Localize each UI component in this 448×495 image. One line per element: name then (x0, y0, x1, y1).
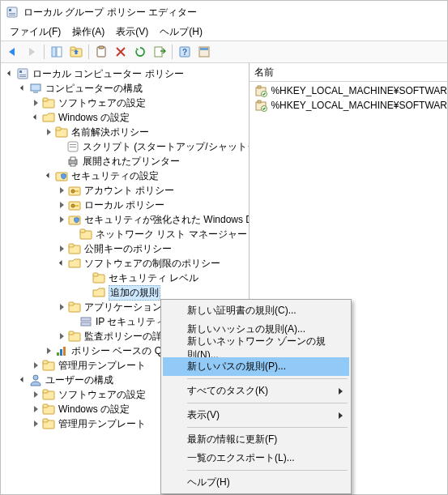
folder-icon (42, 417, 55, 430)
tree-defender[interactable]: セキュリティが強化された Windows Defender フ (1, 212, 249, 227)
expand-toggle[interactable] (56, 331, 67, 342)
tree-security-level[interactable]: セキュリティ レベル (1, 271, 249, 285)
back-button[interactable] (2, 42, 22, 62)
ctx-new-path-rule[interactable]: 新しいパスの規則(P)... (163, 357, 349, 376)
refresh-icon (134, 45, 147, 58)
menu-view[interactable]: 表示(V) (110, 23, 154, 41)
tree-pane-icon (50, 45, 63, 58)
tree-name-resolution[interactable]: 名前解決ポリシー (1, 125, 249, 139)
tree-label: ローカル コンピューター ポリシー (32, 67, 184, 81)
expand-toggle[interactable] (56, 199, 67, 211)
tree-computer-config[interactable]: コンピューターの構成 (1, 81, 249, 96)
forward-button[interactable] (22, 42, 41, 62)
expand-toggle[interactable] (56, 301, 67, 313)
refresh-button[interactable] (130, 42, 150, 62)
toolbar: ? (1, 41, 447, 63)
expand-toggle[interactable] (30, 403, 41, 415)
tree-local-policy[interactable]: ローカル ポリシー (1, 198, 249, 212)
expand-toggle[interactable] (30, 97, 41, 109)
list-column-header-name[interactable]: 名前 (250, 63, 447, 82)
gpo-icon (16, 67, 29, 80)
ctx-separator (187, 378, 348, 379)
folder-open-icon (42, 111, 55, 124)
expand-toggle[interactable] (56, 258, 67, 269)
app-icon (6, 6, 19, 19)
ctx-new-cert-rule[interactable]: 新しい証明書の規則(C)... (163, 301, 349, 320)
tree-security-settings[interactable]: セキュリティの設定 (1, 169, 249, 183)
tree-scripts[interactable]: スクリプト (スタートアップ/シャットダウン) (1, 139, 249, 154)
tree-public-key[interactable]: 公開キーのポリシー (1, 241, 249, 256)
tree-label: 追加の規則 (109, 285, 160, 301)
up-one-level-button[interactable] (66, 42, 86, 62)
folder-open-icon (68, 257, 81, 270)
expand-toggle[interactable] (56, 243, 67, 254)
tree-additional-rules[interactable]: 追加の規則 (1, 285, 249, 300)
show-hide-tree-button[interactable] (47, 42, 66, 62)
delete-button[interactable] (111, 42, 130, 62)
expand-toggle[interactable] (30, 360, 41, 371)
expand-toggle[interactable] (43, 126, 54, 138)
x-icon (114, 45, 127, 58)
chart-icon (55, 344, 68, 357)
tree-label: Windows の設定 (58, 111, 130, 125)
app-window: ローカル グループ ポリシー エディター ファイル(F) 操作(A) 表示(V)… (0, 0, 448, 495)
back-arrow-icon (6, 45, 19, 58)
tree-network-list[interactable]: ネットワーク リスト マネージャー ポリシー (1, 227, 249, 241)
filter-button[interactable] (194, 42, 214, 62)
tree-label: 監査ポリシーの詳 (84, 330, 162, 344)
expand-toggle[interactable] (43, 345, 54, 356)
expand-toggle[interactable] (30, 389, 41, 400)
folder-icon (68, 301, 81, 314)
folder-icon (55, 126, 68, 139)
svg-rect-38 (155, 47, 162, 57)
column-label: 名前 (254, 66, 274, 79)
list-item[interactable]: %HKEY_LOCAL_MACHINE¥SOFTWAR (250, 83, 447, 98)
ctx-export-list[interactable]: 一覧のエクスポート(L)... (163, 449, 349, 467)
tree-root[interactable]: ローカル コンピューター ポリシー (1, 66, 249, 81)
registry-rule-icon (254, 84, 267, 97)
tree-label: ソフトウェアの設定 (58, 96, 146, 110)
ctx-separator (187, 427, 348, 428)
menu-file[interactable]: ファイル(F) (4, 23, 66, 41)
shield-folder-icon (68, 213, 81, 226)
tree-label: コンピューターの構成 (45, 82, 143, 96)
folder-icon (42, 388, 55, 401)
expand-toggle[interactable] (30, 418, 41, 429)
script-icon (66, 140, 79, 153)
expand-toggle[interactable] (17, 374, 28, 386)
folder-icon (42, 359, 55, 372)
ctx-new-zone-rule[interactable]: 新しいネットワーク ゾーンの規則(N)... (163, 339, 349, 357)
svg-rect-35 (57, 47, 62, 57)
tree-windows-settings[interactable]: Windows の設定 (1, 110, 249, 125)
tree-account-policy[interactable]: アカウント ポリシー (1, 183, 249, 198)
expand-toggle[interactable] (4, 68, 15, 79)
list-item[interactable]: %HKEY_LOCAL_MACHINE¥SOFTWAR (250, 98, 447, 113)
export-button[interactable] (150, 42, 169, 62)
tree-label: 管理用テンプレート (58, 359, 146, 373)
tree-label: アプリケーション制 (84, 301, 172, 314)
menu-help[interactable]: ヘルプ(H) (154, 23, 208, 41)
ctx-view[interactable]: 表示(V) (163, 406, 349, 425)
expand-toggle[interactable] (17, 83, 28, 94)
ctx-all-tasks[interactable]: すべてのタスク(K) (163, 382, 349, 400)
folder-icon (68, 330, 81, 343)
ctx-help[interactable]: ヘルプ(H) (163, 473, 349, 492)
tree-deployed-printers[interactable]: 展開されたプリンター (1, 154, 249, 169)
properties-icon (198, 45, 211, 58)
svg-rect-42 (200, 48, 208, 50)
expand-toggle[interactable] (43, 170, 54, 181)
tree-software-restriction[interactable]: ソフトウェアの制限のポリシー (1, 256, 249, 271)
ctx-refresh[interactable]: 最新の情報に更新(F) (163, 430, 349, 449)
expand-toggle[interactable] (56, 214, 67, 225)
tree-software-settings[interactable]: ソフトウェアの設定 (1, 96, 249, 110)
menu-action[interactable]: 操作(A) (66, 23, 110, 41)
help-button[interactable]: ? (175, 42, 194, 62)
tree-label: 展開されたプリンター (83, 155, 180, 169)
expand-toggle[interactable] (30, 112, 41, 123)
list-item-label: %HKEY_LOCAL_MACHINE¥SOFTWAR (271, 100, 447, 111)
window-title: ローカル グループ ポリシー エディター (23, 6, 197, 19)
svg-rect-37 (99, 46, 104, 49)
copy-button[interactable] (92, 42, 111, 62)
tree-label: ユーザーの構成 (45, 373, 113, 387)
expand-toggle[interactable] (56, 185, 67, 196)
